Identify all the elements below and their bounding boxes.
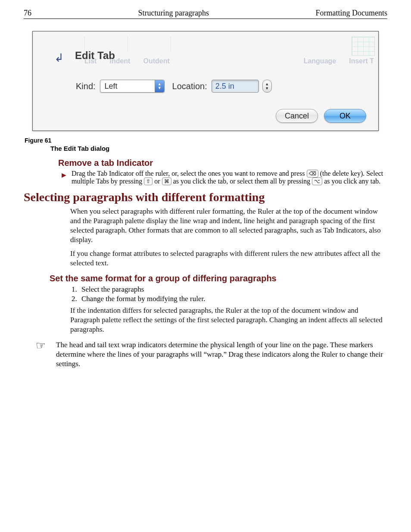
header-center: Structuring paragraphs — [31, 9, 316, 18]
tab-arrow-icon: ↳ — [51, 51, 64, 64]
dialog-title: Edit Tab — [75, 50, 115, 62]
dialog-fields-row: Kind: Left ▲▼ Location: 2.5 in ▲▼ — [33, 80, 378, 93]
kind-value: Left — [105, 82, 118, 91]
ok-button[interactable]: OK — [324, 109, 366, 123]
selecting-paragraph-1: When you select paragraphs with differen… — [70, 207, 387, 245]
note-block: ☞ The head and tail text wrap indicators… — [58, 340, 387, 369]
set-same-paragraph: If the indentation differs for selected … — [70, 306, 387, 334]
header-right: Formatting Documents — [316, 9, 387, 18]
triangle-bullet-icon: ▶ — [62, 171, 66, 179]
figure-edit-tab: List Indent Outdent Language Insert T ↳ … — [32, 31, 379, 131]
steps-list: Select the paragraphs Change the format … — [79, 285, 387, 303]
shift-key-icon: ⇧ — [144, 177, 153, 185]
location-field[interactable]: 2.5 in — [212, 80, 259, 93]
select-arrows-icon[interactable]: ▲▼ — [155, 80, 164, 92]
remove-tab-step: ▶ Drag the Tab Indicator off the ruler, … — [58, 170, 387, 185]
figure-number: Figure 61 — [25, 137, 387, 144]
figure-caption: The Edit Tab dialog — [50, 145, 387, 152]
location-label: Location: — [172, 81, 207, 91]
location-value: 2.5 in — [215, 82, 234, 91]
kind-label: Kind: — [76, 81, 96, 91]
command-key-icon: ⌘ — [162, 177, 171, 185]
kind-select[interactable]: Left ▲▼ — [100, 80, 165, 93]
delete-key-icon: ⌫ — [307, 170, 318, 177]
edit-tab-dialog: List Indent Outdent Language Insert T ↳ … — [32, 31, 379, 131]
cancel-button[interactable]: Cancel — [276, 109, 318, 123]
step-2: Change the format by modifying the ruler… — [79, 295, 387, 303]
heading-set-same-format: Set the same format for a group of diffe… — [50, 274, 387, 283]
page-number: 76 — [24, 9, 31, 18]
page-header: 76 Structuring paragraphs Formatting Doc… — [24, 9, 387, 19]
heading-remove-tab: Remove a tab Indicator — [58, 158, 387, 168]
step-1: Select the paragraphs — [79, 285, 387, 294]
location-stepper[interactable]: ▲▼ — [262, 80, 272, 93]
option-key-icon: ⌥ — [312, 177, 322, 185]
selecting-paragraph-2: If you change format attributes to selec… — [70, 249, 387, 268]
pointing-hand-icon: ☞ — [36, 340, 46, 352]
table-grid-icon — [352, 37, 375, 56]
note-text: The head and tail text wrap indicators d… — [56, 340, 387, 369]
heading-selecting-paragraphs: Selecting paragraphs with different form… — [24, 190, 387, 204]
